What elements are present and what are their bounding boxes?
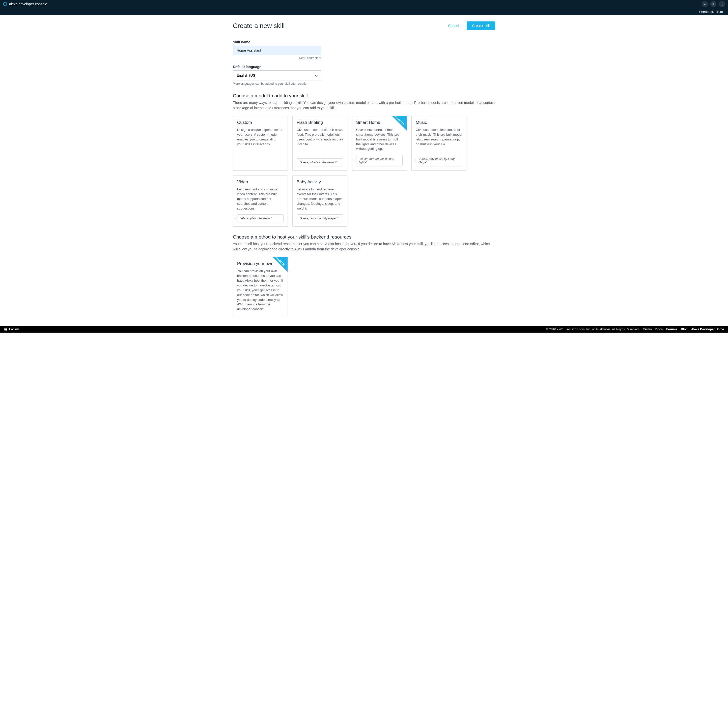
footer-link-blog[interactable]: Blog (681, 327, 688, 331)
model-card[interactable]: SELECTEDProvision your ownYou can provis… (233, 257, 288, 316)
skill-name-label: Skill name (233, 40, 495, 44)
card-body: Give users complete control of their mus… (416, 128, 462, 151)
search-button[interactable] (702, 1, 708, 7)
chevron-down-icon (315, 74, 318, 76)
card-body: Let users log and retrieve events for th… (297, 187, 343, 211)
alexa-logo-icon (3, 2, 7, 6)
footer-link-docs[interactable]: Docs (655, 327, 663, 331)
globe-icon (4, 328, 7, 331)
model-card[interactable]: MusicGive users complete control of thei… (412, 116, 467, 171)
footer-link-terms[interactable]: Terms (643, 327, 652, 331)
card-body: Design a unique experience for your user… (237, 128, 283, 166)
model-card[interactable]: VideoLet users find and consume video co… (233, 175, 288, 227)
example-utterance: "Alexa, what's in the news?" (297, 158, 343, 166)
skill-name-group: Skill name 14/50 characters (233, 40, 495, 60)
card-title: Music (416, 120, 462, 125)
example-utterance: "Alexa, play music by Lady Gaga" (416, 155, 462, 166)
language-value: English (US) (237, 74, 257, 77)
model-card[interactable]: Flash BriefingGive users control of thei… (292, 116, 347, 171)
model-card[interactable]: CustomDesign a unique experience for you… (233, 116, 288, 171)
model-section-desc: There are many ways to start building a … (233, 100, 495, 111)
feedback-link[interactable]: Feedback forum (699, 10, 723, 14)
skill-name-input[interactable] (233, 46, 321, 55)
example-utterance: "Alexa, record a dirty diaper" (297, 214, 343, 222)
host-section-heading: Choose a method to host your skill's bac… (233, 234, 495, 240)
card-body: Let users find and consume video content… (237, 187, 283, 211)
model-card[interactable]: Baby ActivityLet users log and retrieve … (292, 175, 347, 227)
example-utterance: "Alexa, turn on the kitchen lights" (356, 155, 403, 166)
card-body: Give users control of their smart home d… (356, 128, 403, 151)
footer-left: English (4, 327, 19, 331)
card-title: Flash Briefing (297, 120, 343, 125)
copyright: © 2010 - 2018, Amazon.com, Inc. or its a… (546, 327, 639, 331)
svg-line-1 (705, 4, 706, 5)
page-title: Create a new skill (233, 22, 285, 30)
model-grid: CustomDesign a unique experience for you… (233, 116, 495, 227)
example-utterance: "Alexa, play Interstellar" (237, 214, 283, 222)
language-group: Default language English (US) More langu… (233, 65, 495, 85)
topbar: alexa developer console XH (0, 0, 728, 8)
host-section-desc: You can self host your backend resources… (233, 241, 495, 252)
user-avatar[interactable]: XH (710, 1, 716, 7)
card-title: Video (237, 180, 283, 185)
card-title: Baby Activity (297, 180, 343, 185)
more-menu-button[interactable] (719, 1, 725, 7)
footer: English © 2010 - 2018, Amazon.com, Inc. … (0, 326, 728, 333)
title-row: Create a new skill Cancel Create skill (233, 22, 495, 30)
page-actions: Cancel Create skill (445, 22, 495, 30)
brand-group: alexa developer console (3, 2, 47, 6)
footer-link-forums[interactable]: Forums (666, 327, 677, 331)
brand-label: alexa developer console (9, 2, 47, 6)
char-counter: 14/50 characters (233, 56, 321, 60)
svg-point-0 (704, 3, 705, 4)
language-label: Default language (233, 65, 495, 69)
language-select[interactable]: English (US) (233, 70, 321, 81)
footer-right: © 2010 - 2018, Amazon.com, Inc. or its a… (546, 327, 724, 331)
model-card[interactable]: SELECTEDSmart HomeGive users control of … (352, 116, 407, 171)
cancel-button[interactable]: Cancel (445, 22, 462, 30)
card-body: You can provision your own backend resou… (237, 269, 283, 312)
header-actions: XH (702, 1, 725, 7)
card-title: Custom (237, 120, 283, 125)
host-grid: SELECTEDProvision your ownYou can provis… (233, 257, 495, 316)
model-section-heading: Choose a model to add to your skill (233, 93, 495, 99)
language-hint: More languages can be added to your skil… (233, 82, 495, 85)
card-body: Give users control of their news feed. T… (297, 128, 343, 155)
create-skill-button[interactable]: Create skill (467, 22, 495, 30)
footer-link-home[interactable]: Alexa Developer Home (691, 327, 724, 331)
main-content: Create a new skill Cancel Create skill S… (223, 15, 505, 326)
feedback-bar: Feedback forum (0, 8, 728, 15)
footer-language[interactable]: English (9, 327, 19, 331)
kebab-icon (722, 3, 722, 6)
